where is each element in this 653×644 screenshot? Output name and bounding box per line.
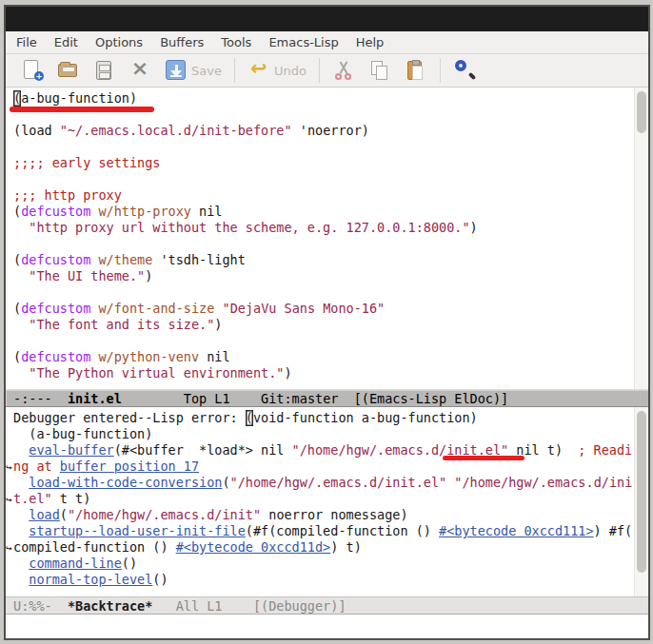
menu-item-help[interactable]: Help (347, 31, 393, 53)
text-segment (13, 365, 29, 381)
text-segment: w/python-venv (98, 349, 199, 364)
text-segment: "DejaVu Sans Mono-16" (223, 301, 386, 316)
text-segment: ) t) (330, 539, 362, 555)
buffer-line: command-line() (13, 556, 633, 572)
emacs-frame: emacs@localhost.localdomain FileEditOpti… (4, 5, 650, 640)
text-segment: void-function a-bug-function) (253, 410, 478, 425)
buffer-line: "http proxy url without the scheme, e.g.… (13, 220, 633, 236)
modeline-backtrace[interactable]: U:%%- *Backtrace* All L1 [(Debugger)] (6, 596, 648, 615)
menu-item-options[interactable]: Options (87, 31, 151, 53)
text-segment: defcustom (21, 204, 90, 219)
buffer-line (13, 333, 633, 349)
buffer-line: startup--load-user-init-file(#f(compiled… (13, 523, 633, 539)
backtrace-link[interactable]: #<bytecode 0xccd11d> (176, 539, 331, 555)
buffer-line: (defcustom w/python-venv nil (13, 349, 633, 365)
echo-area[interactable] (6, 615, 648, 638)
text-segment: ( (60, 507, 68, 522)
open-file-button[interactable] (49, 56, 86, 85)
window-titlebar[interactable]: emacs@localhost.localdomain (6, 7, 648, 31)
text-segment: ;;;; early settings (13, 155, 160, 170)
text-segment: nil (191, 204, 223, 219)
buffer-line (13, 236, 633, 252)
annotation-red-underline-2 (443, 456, 524, 460)
new-file-button[interactable]: + (13, 56, 49, 85)
backtrace-link[interactable]: eval-buffer (29, 442, 113, 458)
dired-button[interactable] (86, 56, 122, 85)
toolbar-separator (440, 58, 441, 83)
save-icon (165, 59, 188, 82)
annotation-red-underline-1 (10, 107, 154, 112)
scrollbar-backtrace[interactable] (634, 407, 648, 596)
text-segment: ng at (13, 459, 60, 474)
buffer-line: load-with-code-conversion("/home/hgw/.em… (13, 475, 633, 491)
text-segment: "The font and its size." (29, 317, 214, 332)
text-segment (214, 301, 222, 316)
paste-button[interactable] (398, 56, 434, 85)
text-segment (13, 475, 29, 490)
backtrace-link[interactable]: #<bytecode 0xccd111> (439, 523, 594, 538)
backtrace-link[interactable]: startup--load-user-init-file (29, 523, 246, 538)
text-segment: ( (13, 252, 21, 267)
text-segment: ) (470, 220, 478, 235)
text-segment: () (152, 572, 168, 587)
copy-button[interactable] (362, 56, 398, 85)
save-label: Save (191, 64, 222, 78)
search-button[interactable] (446, 56, 483, 85)
buffer-line (13, 139, 633, 155)
scrollbar-init[interactable] (634, 88, 648, 389)
cut-button[interactable] (326, 56, 362, 85)
scrollbar-thumb[interactable] (637, 91, 646, 133)
save-button[interactable]: Save (158, 56, 228, 85)
backtrace-link[interactable]: command-line (29, 556, 122, 571)
modeline-init-el[interactable]: -:--- init.el Top L1 Git:master [(Emacs-… (6, 389, 648, 407)
text-segment: "http proxy url without the scheme, e.g.… (29, 220, 469, 235)
menu-item-file[interactable]: File (8, 31, 46, 53)
magnifier-icon (453, 59, 476, 82)
cursor-box: ( (13, 90, 21, 107)
buffer-line: (a-bug-function) (13, 426, 633, 442)
text-segment: ( (222, 475, 229, 490)
close-buffer-button[interactable]: × (122, 56, 158, 85)
buffer-line: ;;;; early settings (13, 155, 633, 171)
backtrace-link[interactable]: buffer position 17 (60, 459, 199, 474)
menu-item-buffers[interactable]: Buffers (151, 31, 212, 53)
text-segment: nil (199, 349, 230, 364)
text-segment: t.el" (13, 491, 52, 506)
new-file-icon: + (20, 59, 43, 82)
buffer-line: (load "~/.emacs.local.d/init-before" 'no… (13, 123, 633, 139)
undo-label: Undo (274, 64, 307, 78)
buffer-line: Debugger entered--Lisp error: (void-func… (13, 410, 633, 426)
text-segment: 'noerror) (292, 123, 369, 138)
text-segment: ;;; http proxy (13, 187, 122, 203)
toolbar: + × Save ↩ Undo (6, 54, 648, 88)
backtrace-link[interactable]: normal-top-level (29, 572, 152, 587)
backtrace-link[interactable]: load (29, 507, 60, 522)
backtrace-link[interactable]: load-with-code-conversion (29, 475, 222, 490)
modeline-buffer-name: init.el (68, 391, 122, 406)
init-el-buffer-window[interactable]: (a-bug-function)(load "~/.emacs.local.d/… (6, 88, 648, 389)
wrap-continuation-icon: ↪ (6, 540, 12, 556)
buffer-line: "The font and its size.") (13, 317, 633, 333)
buffer-line: eval-buffer(#<buffer *load*> nil "/home/… (13, 442, 633, 459)
buffer-line: (defcustom w/theme 'tsdh-light (13, 252, 633, 268)
undo-button[interactable]: ↩ Undo (241, 56, 313, 85)
menu-bar: FileEditOptionsBuffersToolsEmacs-LispHel… (6, 31, 648, 54)
text-segment: (a-bug-function) (13, 426, 152, 441)
menu-item-emacs-lisp[interactable]: Emacs-Lisp (260, 31, 346, 53)
text-segment: () (122, 556, 137, 571)
menu-item-tools[interactable]: Tools (212, 31, 260, 53)
text-segment (13, 220, 29, 235)
buffer-line: ;;; http proxy (13, 187, 633, 204)
text-segment: ) #f( (594, 523, 633, 538)
buffer-line: ↪ng at buffer position 17 (13, 459, 633, 475)
text-segment: "/home/hgw/.emacs.d/init" (68, 507, 261, 522)
text-segment: (load (13, 123, 60, 138)
text-segment (13, 523, 29, 538)
text-segment: ( (13, 301, 21, 316)
buffer-line: ↪t.el" t t) (13, 491, 633, 507)
backtrace-buffer-window[interactable]: Debugger entered--Lisp error: (void-func… (6, 407, 648, 596)
scrollbar-thumb[interactable] (637, 411, 646, 573)
text-segment: compiled-function () (13, 539, 176, 555)
menu-item-edit[interactable]: Edit (46, 31, 87, 53)
text-segment: ) (145, 268, 152, 283)
